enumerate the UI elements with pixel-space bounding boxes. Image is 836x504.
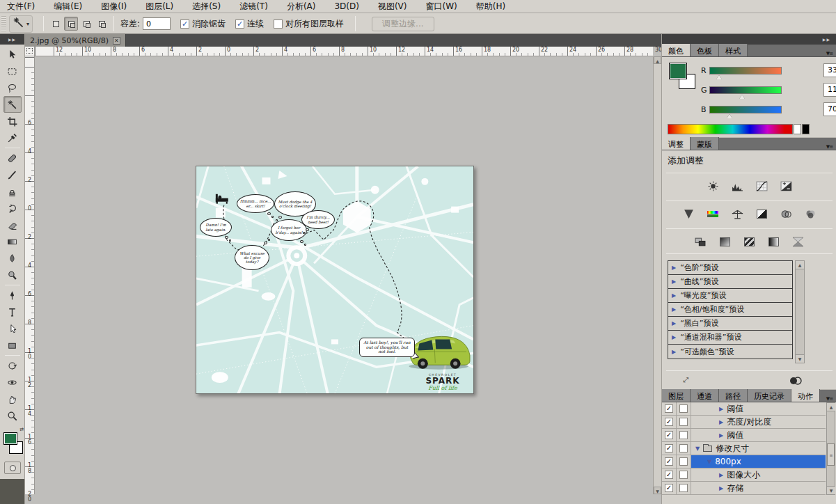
expand-triangle-icon[interactable]: ▶ [672,349,676,355]
gradient-map-adjustment-button[interactable] [764,234,784,249]
pen-tool[interactable] [3,287,22,304]
zoom-tool[interactable] [3,407,22,424]
action-row-6[interactable]: ✓▶存储 [662,482,826,495]
toggle-item-cell[interactable]: ✓ [662,468,677,481]
action-row-1[interactable]: ✓▶亮度/对比度 [662,416,826,429]
item-check-icon[interactable]: ✓ [665,484,673,492]
menu-item-9[interactable]: 窗口(W) [426,1,457,13]
magic-wand-tool[interactable] [3,96,22,113]
item-check-icon[interactable]: ✓ [665,418,673,426]
menu-item-7[interactable]: 3D(D) [334,1,358,11]
bottom-tab-路径[interactable]: 路径 [719,389,748,402]
history-brush-tool[interactable] [3,200,22,216]
brightness-contrast-adjustment-button[interactable] [703,178,723,194]
scroll-up-icon[interactable]: ▲ [654,56,661,64]
dialog-toggle-cell[interactable] [677,482,691,494]
path-select-tool[interactable] [3,320,22,337]
action-row-2[interactable]: ✓▶阈值 [662,429,826,442]
blur-tool[interactable] [3,250,22,267]
black-swatch[interactable] [802,124,810,134]
b-slider[interactable] [709,106,782,113]
menu-item-1[interactable]: 编辑(E) [54,1,82,13]
b-value-input[interactable]: 70 [823,102,836,116]
threshold-adjustment-button[interactable] [740,234,759,249]
dialog-check-empty[interactable] [679,457,688,466]
tool-preset-picker[interactable]: ▾ [9,15,33,33]
bottom-tab-通道[interactable]: 通道 [691,389,719,402]
subtract-from-selection-button[interactable] [79,17,93,31]
channel-mixer-adjustment-button[interactable] [800,206,820,221]
scrollbar-thumb[interactable]: ≡ [827,443,835,466]
menu-item-0[interactable]: 文件(F) [7,1,35,13]
clone-stamp-tool[interactable] [3,183,22,200]
r-slider[interactable] [709,67,782,74]
action-row-5[interactable]: ✓▶图像大小 [662,468,826,482]
document-image[interactable]: Hmmm... nice... er... skirt!Must dodge t… [196,166,474,394]
expand-triangle-icon[interactable]: ▶ [719,419,723,425]
foreground-color-swatch[interactable] [3,432,17,445]
preset-row-2[interactable]: ▶“曝光度”预设 [668,289,792,303]
expand-triangle-icon[interactable]: ▶ [719,406,723,412]
eraser-tool[interactable] [3,216,22,233]
type-tool[interactable] [3,304,22,320]
menu-item-8[interactable]: 视图(V) [378,1,407,13]
expand-triangle-icon[interactable]: ▶ [719,432,723,439]
adjust-tab-调整[interactable]: 调整 [662,137,691,150]
toggle-item-cell[interactable]: ✓ [662,455,677,468]
hand-tool[interactable] [3,391,22,407]
levels-adjustment-button[interactable] [727,178,747,194]
bottom-tab-动作[interactable]: 动作 [791,389,820,402]
gradient-tool[interactable] [3,233,22,250]
expand-triangle-icon[interactable]: ▶ [672,265,676,271]
panel-menu-icon[interactable]: ▼≡ [826,394,836,402]
rect-marquee-tool[interactable] [3,63,22,79]
preset-row-0[interactable]: ▶“色阶”预设 [668,261,792,275]
item-check-icon[interactable]: ✓ [665,431,673,439]
color-balance-adjustment-button[interactable] [727,206,747,221]
dialog-check-empty[interactable] [679,444,688,452]
color-spectrum-ramp[interactable] [668,124,793,134]
item-check-icon[interactable]: ✓ [665,471,673,479]
invert-adjustment-button[interactable] [691,234,711,249]
item-check-icon[interactable]: ✓ [665,444,673,452]
collapse-triangle-icon[interactable]: ▼ [707,459,711,465]
item-check-icon[interactable]: ✓ [665,404,673,413]
dialog-check-empty[interactable] [679,484,688,492]
lasso-tool[interactable] [3,79,22,96]
action-row-body[interactable]: ▶存储 [691,482,826,494]
action-row-4[interactable]: ✓▼800px [662,455,826,468]
presets-scrollbar[interactable]: ▲ ▼ [795,260,805,363]
spot-healing-tool[interactable] [3,150,22,166]
option-checkbox-0[interactable]: ✓消除锯齿 [180,18,226,30]
toggle-item-cell[interactable]: ✓ [662,442,677,455]
actions-scrollbar[interactable]: ▲ ≡ ▼ [826,402,835,495]
hue-saturation-adjustment-button[interactable] [703,206,723,221]
toggle-item-cell[interactable]: ✓ [662,402,677,415]
preset-row-5[interactable]: ▶“通道混和器”预设 [668,331,792,345]
slider-thumb[interactable] [727,114,732,118]
intersect-with-selection-button[interactable] [95,17,109,31]
orbit-3d-tool[interactable] [3,374,22,391]
scroll-down-icon[interactable]: ▼ [796,354,804,363]
toggle-item-cell[interactable]: ✓ [662,482,677,494]
posterize-adjustment-button[interactable] [716,234,735,249]
vertical-scrollbar[interactable]: ▲ ▼ [653,56,661,494]
color-tab-颜色[interactable]: 颜色 [662,44,691,56]
scroll-up-icon[interactable]: ▲ [796,261,804,269]
white-swatch[interactable] [794,124,801,134]
r-value-input[interactable]: 33 [823,63,836,77]
clip-to-layer-icon[interactable] [789,375,802,388]
action-row-3[interactable]: ✓▼修改尺寸 [662,442,826,455]
move-tool[interactable] [3,46,22,63]
menu-item-4[interactable]: 选择(S) [192,1,221,13]
action-row-body[interactable]: ▶亮度/对比度 [691,416,826,428]
action-row-0[interactable]: ✓▶阈值 [662,402,826,416]
option-checkbox-2[interactable]: 对所有图层取样 [274,18,344,30]
option-checkbox-1[interactable]: ✓连续 [235,18,264,30]
bottom-tab-历史记录[interactable]: 历史记录 [748,389,791,402]
toggle-item-cell[interactable]: ✓ [662,416,677,428]
dialog-toggle-cell[interactable] [677,402,691,415]
new-selection-button[interactable] [49,17,63,31]
ruler-origin-box[interactable] [25,47,35,56]
crop-tool[interactable] [3,113,22,129]
